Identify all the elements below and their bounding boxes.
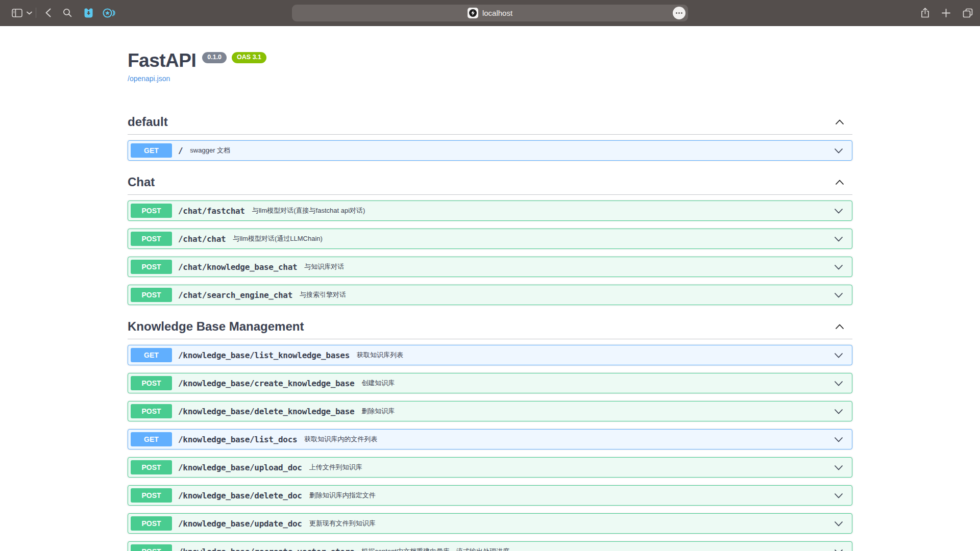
expand-endpoint-button[interactable]	[834, 148, 843, 154]
expand-endpoint-button[interactable]	[834, 493, 843, 498]
expand-endpoint-button[interactable]	[834, 292, 843, 298]
star-circles-extension-icon	[103, 8, 115, 18]
expand-endpoint-button[interactable]	[834, 236, 843, 242]
endpoint-path: /knowledge_base/delete_doc	[178, 491, 302, 500]
sidebar-panel-icon	[12, 9, 22, 17]
method-badge: POST	[131, 232, 172, 246]
sidebar-toggle-button[interactable]	[9, 0, 24, 26]
endpoint-path: /knowledge_base/create_knowledge_base	[178, 379, 354, 388]
chevron-down-icon	[834, 549, 843, 551]
endpoint-summary: 更新现有文件到知识库	[309, 519, 376, 528]
endpoint-list: GET / swagger 文档	[128, 135, 852, 161]
endpoint-row[interactable]: GET /knowledge_base/list_knowledge_bases…	[128, 345, 852, 365]
endpoint-row[interactable]: GET / swagger 文档	[128, 140, 852, 161]
method-badge: POST	[131, 288, 172, 302]
chevron-down-icon	[834, 493, 843, 498]
method-badge: POST	[131, 260, 172, 274]
endpoint-path: /chat/chat	[178, 234, 226, 244]
endpoint-path: /knowledge_base/list_docs	[178, 435, 297, 444]
endpoint-summary: 与搜索引擎对话	[300, 290, 346, 299]
search-button[interactable]	[57, 0, 78, 26]
method-badge: GET	[131, 143, 172, 158]
endpoint-row[interactable]: POST /knowledge_base/upload_doc 上传文件到知识库	[128, 457, 852, 478]
collapse-section-button[interactable]	[835, 119, 844, 125]
page-settings-button[interactable]	[673, 7, 685, 19]
endpoint-row[interactable]: POST /chat/chat 与llm模型对话(通过LLMChain)	[128, 229, 852, 249]
expand-endpoint-button[interactable]	[834, 381, 843, 386]
search-icon	[63, 8, 72, 17]
chevron-down-icon	[834, 465, 843, 470]
chevron-up-icon	[835, 324, 844, 330]
shield-download-extension-icon	[83, 8, 94, 18]
page-title: FastAPI	[128, 51, 196, 70]
endpoint-list: POST /chat/fastchat 与llm模型对话(直接与fastchat…	[128, 195, 852, 305]
endpoint-row[interactable]: POST /knowledge_base/recreate_vector_sto…	[128, 541, 852, 551]
expand-endpoint-button[interactable]	[834, 549, 843, 551]
endpoint-row[interactable]: POST /knowledge_base/create_knowledge_ba…	[128, 373, 852, 393]
extension-circles-button[interactable]	[99, 0, 119, 26]
expand-endpoint-button[interactable]	[834, 465, 843, 470]
endpoint-row[interactable]: POST /knowledge_base/delete_knowledge_ba…	[128, 401, 852, 421]
chevron-down-icon	[834, 264, 843, 270]
url-host-text: localhost	[482, 9, 512, 17]
endpoint-summary: 获取知识库内的文件列表	[304, 435, 377, 444]
sidebar-menu-button[interactable]	[24, 0, 34, 26]
collapse-section-button[interactable]	[835, 180, 844, 185]
endpoint-summary: 删除知识库内指定文件	[309, 491, 376, 500]
endpoint-summary: 创建知识库	[361, 379, 395, 388]
method-badge: GET	[131, 432, 172, 446]
section-title: Knowledge Base Management	[128, 320, 304, 333]
back-button[interactable]	[39, 0, 57, 26]
new-tab-button[interactable]	[942, 0, 950, 26]
endpoint-row[interactable]: POST /chat/fastchat 与llm模型对话(直接与fastchat…	[128, 201, 852, 221]
tag-header[interactable]: Chat	[128, 171, 852, 195]
url-bar[interactable]: localhost	[292, 5, 688, 21]
expand-endpoint-button[interactable]	[834, 353, 843, 358]
oas-badge: OAS 3.1	[232, 52, 266, 63]
endpoint-path: /knowledge_base/upload_doc	[178, 463, 302, 472]
endpoint-path: /	[178, 146, 183, 156]
method-badge: POST	[131, 516, 172, 531]
chevron-down-icon	[834, 148, 843, 154]
method-badge: POST	[131, 376, 172, 390]
expand-endpoint-button[interactable]	[834, 437, 843, 442]
share-button[interactable]	[921, 0, 929, 26]
section-title: Chat	[128, 176, 155, 188]
chevron-down-icon	[834, 409, 843, 414]
method-badge: POST	[131, 544, 172, 551]
expand-endpoint-button[interactable]	[834, 208, 843, 214]
tab-overview-button[interactable]	[963, 0, 973, 26]
endpoint-row[interactable]: POST /chat/knowledge_base_chat 与知识库对话	[128, 257, 852, 277]
endpoint-row[interactable]: POST /chat/search_engine_chat 与搜索引擎对话	[128, 285, 852, 305]
endpoint-summary: 与llm模型对话(通过LLMChain)	[233, 234, 323, 243]
collapse-section-button[interactable]	[835, 324, 844, 330]
endpoint-path: /chat/knowledge_base_chat	[178, 262, 297, 272]
chevron-down-icon	[834, 521, 843, 527]
tab-overview-icon	[963, 8, 973, 18]
chevron-down-icon	[834, 353, 843, 358]
endpoint-row[interactable]: POST /knowledge_base/update_doc 更新现有文件到知…	[128, 513, 852, 534]
expand-endpoint-button[interactable]	[834, 264, 843, 270]
site-favicon-icon	[468, 8, 478, 18]
tag-header[interactable]: default	[128, 111, 852, 135]
section-title: default	[128, 116, 168, 128]
chevron-down-icon	[834, 236, 843, 242]
tag-section: default GET / swagger 文档	[128, 111, 852, 161]
endpoint-path: /chat/fastchat	[178, 206, 245, 216]
version-badge: 0.1.0	[202, 52, 227, 63]
endpoint-summary: 获取知识库列表	[357, 350, 403, 360]
endpoint-path: /chat/search_engine_chat	[178, 290, 292, 300]
endpoint-summary: 删除知识库	[361, 407, 395, 416]
endpoint-row[interactable]: POST /knowledge_base/delete_doc 删除知识库内指定…	[128, 485, 852, 506]
endpoint-summary: 上传文件到知识库	[309, 463, 362, 472]
extension-shield-button[interactable]	[78, 0, 99, 26]
expand-endpoint-button[interactable]	[834, 521, 843, 527]
tag-header[interactable]: Knowledge Base Management	[128, 315, 852, 339]
plus-icon	[942, 9, 950, 17]
expand-endpoint-button[interactable]	[834, 409, 843, 414]
api-info: FastAPI 0.1.0 OAS 3.1 /openapi.json	[128, 51, 852, 83]
endpoint-list: GET /knowledge_base/list_knowledge_bases…	[128, 339, 852, 551]
endpoint-row[interactable]: GET /knowledge_base/list_docs 获取知识库内的文件列…	[128, 429, 852, 449]
chevron-left-icon	[45, 8, 51, 17]
openapi-spec-link[interactable]: /openapi.json	[128, 74, 170, 83]
